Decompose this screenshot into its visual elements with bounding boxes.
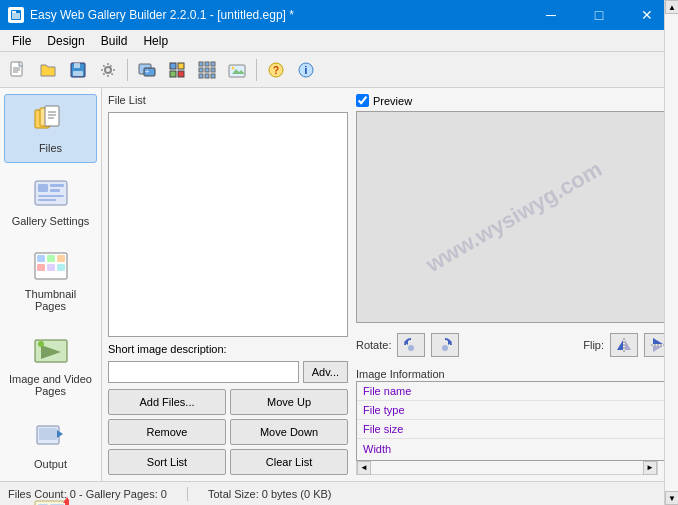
menu-file[interactable]: File [4, 32, 39, 50]
hscroll-right-arrow[interactable]: ► [643, 461, 657, 475]
info-row-filename: File name [357, 382, 671, 401]
rotate-right-button[interactable] [431, 333, 459, 357]
svg-rect-52 [57, 264, 65, 271]
svg-rect-43 [50, 189, 60, 192]
status-separator [187, 487, 188, 501]
sidebar-item-thumbnail-pages[interactable]: Thumbnail Pages [4, 240, 97, 321]
sidebar-label-image-video: Image and Video Pages [9, 373, 92, 397]
svg-marker-70 [625, 340, 631, 350]
menu-build[interactable]: Build [93, 32, 136, 50]
watermark-text: www.wysiwyg.com [422, 156, 607, 278]
add-files-button[interactable]: Add Files... [108, 389, 226, 415]
sidebar-item-output[interactable]: Output [4, 410, 97, 479]
preview-label: Preview [373, 95, 412, 107]
image-info-hscroll: ◄ ► [356, 461, 658, 475]
info-row-filesize: File size [357, 420, 671, 439]
info-btn[interactable]: i [292, 56, 320, 84]
gallery-settings-icon [31, 176, 71, 212]
app-icon [8, 7, 24, 23]
svg-rect-17 [178, 71, 184, 77]
sort-list-button[interactable]: Sort List [108, 449, 226, 475]
adv-button[interactable]: Adv... [303, 361, 348, 383]
clear-list-button[interactable]: Clear List [230, 449, 348, 475]
right-panel: Preview www.wysiwyg.com Rotate: Fli [356, 94, 672, 475]
desc-input[interactable] [108, 361, 299, 383]
sidebar-label-gallery-settings: Gallery Settings [12, 215, 90, 227]
left-panel: File List Short image description: Adv..… [108, 94, 348, 475]
file-list-label: File List [108, 94, 348, 106]
file-list-box[interactable] [108, 112, 348, 337]
toolbar-sep-2 [256, 59, 257, 81]
rotate-left-button[interactable] [397, 333, 425, 357]
svg-rect-2 [12, 11, 16, 13]
svg-rect-45 [38, 199, 56, 201]
sidebar-item-files[interactable]: Files [4, 94, 97, 163]
svg-rect-14 [170, 63, 176, 69]
svg-rect-16 [170, 71, 176, 77]
svg-rect-24 [199, 74, 203, 78]
desc-label: Short image description: [108, 343, 227, 355]
scroll-down-arrow[interactable]: ▼ [665, 491, 678, 505]
svg-text:?: ? [273, 65, 279, 76]
svg-rect-21 [199, 68, 203, 72]
info-key-filename: File name [357, 385, 671, 397]
help-btn[interactable]: ? [262, 56, 290, 84]
image-info-table: File name File type File size Width [356, 381, 672, 461]
info-key-width: Width [357, 443, 671, 455]
open-button[interactable] [34, 56, 62, 84]
svg-rect-48 [47, 255, 55, 262]
image-info-label: Image Information [356, 368, 445, 380]
save-button[interactable] [64, 56, 92, 84]
svg-marker-71 [653, 338, 663, 344]
menu-help[interactable]: Help [135, 32, 176, 50]
svg-rect-25 [205, 74, 209, 78]
sidebar: Files Gallery Settings [0, 88, 102, 481]
flip-horizontal-button[interactable] [610, 333, 638, 357]
new-button[interactable] [4, 56, 32, 84]
remove-button[interactable]: Remove [108, 419, 226, 445]
toolbar: + ? i [0, 52, 678, 88]
title-bar: Easy Web Gallery Builder 2.2.0.1 - [unti… [0, 0, 678, 30]
view-grid-btn[interactable] [193, 56, 221, 84]
svg-point-67 [442, 345, 448, 351]
sidebar-label-files: Files [39, 142, 62, 154]
add-files-toolbar-btn[interactable]: + [133, 56, 161, 84]
action-buttons: Add Files... Move Up Remove Move Down So… [108, 389, 348, 475]
svg-marker-73 [653, 346, 663, 352]
flip-label: Flip: [583, 339, 604, 351]
preview-box: www.wysiwyg.com [356, 111, 672, 323]
preview-checkbox[interactable] [356, 94, 369, 107]
files-count-status: Files Count: 0 - Gallery Pages: 0 [8, 488, 167, 500]
minimize-button[interactable]: ─ [528, 0, 574, 30]
image-video-pages-icon [31, 334, 71, 370]
svg-rect-15 [178, 63, 184, 69]
sidebar-item-image-video-pages[interactable]: Image and Video Pages [4, 325, 97, 406]
svg-point-29 [232, 66, 235, 69]
move-up-button[interactable]: Move Up [230, 389, 348, 415]
files-icon [31, 103, 71, 139]
svg-rect-26 [211, 74, 215, 78]
svg-point-55 [38, 341, 44, 347]
maximize-button[interactable]: □ [576, 0, 622, 30]
thumbnail-pages-icon [31, 249, 71, 285]
move-down-button[interactable]: Move Down [230, 419, 348, 445]
settings-button[interactable] [94, 56, 122, 84]
svg-rect-44 [38, 195, 64, 197]
status-bar: Files Count: 0 - Gallery Pages: 0 Total … [0, 481, 678, 505]
preview-header: Preview [356, 94, 672, 107]
hscroll-left-arrow[interactable]: ◄ [357, 461, 371, 475]
toolbar-sep-1 [127, 59, 128, 81]
gallery-btn[interactable] [223, 56, 251, 84]
svg-rect-1 [12, 13, 20, 19]
view-list-btn[interactable] [163, 56, 191, 84]
hscroll-track [371, 461, 643, 474]
content-top: File List Short image description: Adv..… [108, 94, 672, 475]
scroll-up-arrow[interactable]: ▲ [665, 0, 678, 14]
preview-section: Preview www.wysiwyg.com [356, 94, 672, 323]
svg-marker-68 [617, 340, 623, 350]
sidebar-item-gallery-settings[interactable]: Gallery Settings [4, 167, 97, 236]
svg-rect-42 [50, 184, 64, 187]
menu-design[interactable]: Design [39, 32, 92, 50]
svg-rect-49 [57, 255, 65, 262]
svg-point-65 [408, 345, 414, 351]
